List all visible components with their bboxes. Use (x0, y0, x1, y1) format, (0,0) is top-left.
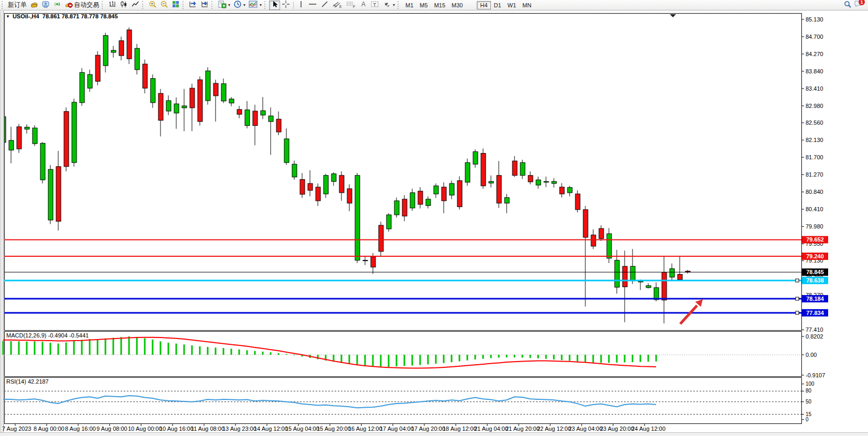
time-axis-label: 11 Aug 08:00 (191, 426, 224, 432)
candle-body (426, 199, 431, 205)
candle-body (567, 188, 572, 193)
candle-body (528, 176, 533, 182)
candle-body (646, 286, 651, 288)
tab-timeframe-mn[interactable]: MN (519, 1, 534, 9)
time-axis-label: 21 Aug 20:00 (506, 426, 540, 432)
auto-scroll-button[interactable] (187, 1, 199, 10)
chart-svg: 85.13084.70084.27083.84083.41082.98082.5… (0, 11, 868, 436)
chevron-down-icon: ▾ (393, 3, 395, 7)
time-axis-label: 9 Aug 08:00 (97, 426, 127, 432)
indicators-button[interactable]: ▾ (216, 1, 232, 10)
candle-body (95, 55, 100, 81)
vertical-line-button[interactable] (295, 1, 306, 10)
notifications-button[interactable]: 1 (853, 0, 863, 10)
candle-body (520, 162, 525, 176)
mt4-window: 新订单 自动交易 (0, 0, 868, 436)
line-chart-button[interactable] (130, 1, 141, 10)
candle-body (678, 275, 682, 280)
tile-windows-icon (172, 0, 180, 10)
svg-text:78.638: 78.638 (806, 277, 824, 284)
cursor-icon (271, 0, 278, 10)
tab-timeframe-m1[interactable]: M1 (402, 1, 416, 9)
macd-values: -0.4904 -0.5441 (48, 332, 89, 339)
tab-timeframe-d1[interactable]: D1 (491, 1, 505, 9)
tab-timeframe-m5[interactable]: M5 (416, 1, 431, 9)
collapse-triangle-icon[interactable]: ▼ (6, 14, 10, 19)
search-button[interactable] (842, 1, 853, 10)
indicators-icon (218, 0, 227, 10)
line-handle (796, 279, 799, 282)
time-axis-label: 21 Aug 04:00 (474, 426, 508, 432)
equidistant-channel-button[interactable]: E (330, 1, 344, 10)
chart-template-button[interactable]: ▾ (247, 1, 263, 10)
candle-body (355, 176, 360, 260)
time-axis-label: 17 Aug 20:00 (411, 426, 445, 432)
chart-shift-triangle[interactable] (670, 14, 676, 17)
cursor-button[interactable] (269, 1, 280, 10)
candlestick-chart-button[interactable] (118, 1, 130, 10)
toolbar-separator (293, 2, 294, 9)
main-toolbar: 新订单 自动交易 (0, 0, 868, 10)
tab-timeframe-w1[interactable]: W1 (505, 1, 520, 9)
price-axis-tick: 82.560 (806, 119, 823, 126)
zoom-in-icon (148, 0, 157, 10)
crosshair-icon (282, 0, 290, 10)
tab-timeframe-h4[interactable]: H4 (477, 1, 490, 9)
rsi-axis-tick: 80 (806, 388, 812, 394)
periods-button[interactable]: ▾ (232, 1, 247, 10)
candle-body (88, 74, 92, 88)
text-icon: A (360, 0, 367, 10)
price-axis-tick: 83.410 (806, 85, 823, 92)
text-button[interactable]: A (358, 1, 369, 10)
price-axis-tick: 84.700 (806, 34, 823, 40)
candle-body (253, 111, 258, 126)
crosshair-button[interactable] (280, 1, 292, 10)
new-order-button[interactable]: 新订单 (6, 1, 28, 10)
tab-timeframe-m15[interactable]: M15 (431, 1, 448, 9)
bar-chart-button[interactable] (106, 1, 118, 10)
arrows-button[interactable]: ▾ (381, 1, 397, 10)
candle-body (497, 176, 501, 203)
text-label-button[interactable]: T (369, 1, 381, 10)
candle-body (182, 106, 187, 108)
terminal-button[interactable] (40, 1, 51, 10)
tab-timeframe-m30[interactable]: M30 (448, 1, 466, 9)
candle-body (536, 180, 541, 185)
candle-body (481, 154, 486, 186)
autotrading-button[interactable]: 自动交易 (63, 1, 101, 10)
tile-windows-button[interactable] (170, 1, 181, 10)
candle-body (363, 260, 368, 261)
candle-body (591, 235, 596, 246)
zoom-out-button[interactable] (158, 1, 170, 10)
price-axis-tick: 80.840 (806, 189, 823, 195)
periods-clock-icon (233, 0, 242, 10)
fibonacci-button[interactable]: F (344, 1, 358, 10)
candle-body (512, 161, 517, 176)
candle-body (308, 183, 313, 190)
toolbar-grip (102, 1, 105, 9)
chart-shift-button[interactable] (199, 1, 210, 10)
svg-text:E: E (339, 5, 342, 8)
candle-body (552, 181, 556, 183)
market-watch-button[interactable] (28, 1, 40, 10)
candle-body (135, 48, 140, 70)
trendline-button[interactable] (319, 1, 330, 10)
vertical-line-icon (298, 0, 304, 10)
zoom-in-button[interactable] (147, 1, 158, 10)
price-chart-canvas[interactable]: 85.13084.70084.27083.84083.41082.98082.5… (0, 11, 868, 436)
chart-shift-icon (200, 0, 209, 10)
candle-body (245, 110, 250, 126)
svg-text:78.184: 78.184 (806, 296, 824, 302)
tab-timeframe-h1[interactable] (466, 1, 477, 9)
signal-icon (53, 0, 61, 10)
candle-body (174, 104, 179, 113)
candle-body (166, 101, 171, 111)
horizontal-line-button[interactable] (306, 1, 319, 10)
price-axis-tick: 84.270 (806, 51, 823, 57)
candle-body (48, 169, 53, 220)
new-order-label: 新订单 (8, 1, 27, 9)
signal-button[interactable] (51, 1, 63, 10)
annotation-arrow[interactable] (680, 306, 697, 324)
candle-body (560, 187, 564, 194)
candle-body (127, 30, 132, 59)
